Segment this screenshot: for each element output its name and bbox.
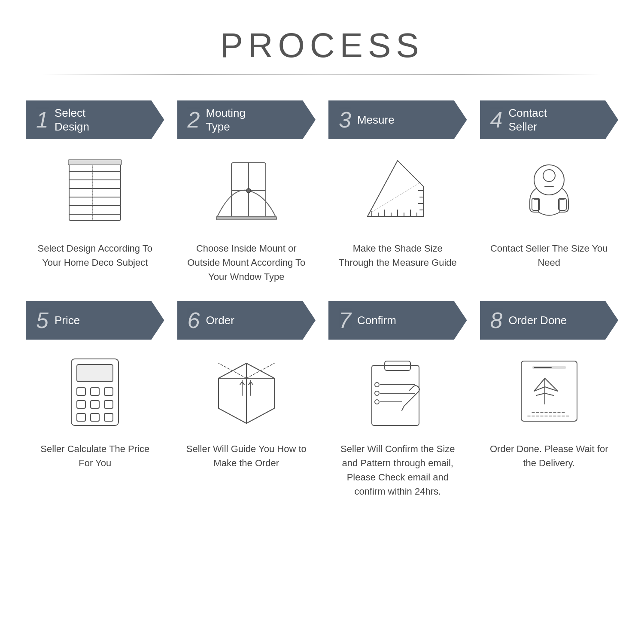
- step-badge-5: 5Price: [26, 301, 164, 340]
- step-number-4: 4: [490, 107, 503, 133]
- step-desc-1: Select Design According To Your Home Dec…: [33, 241, 157, 270]
- svg-point-31: [543, 170, 555, 182]
- step-badge-2: 2Mouting Type: [177, 100, 316, 139]
- steps-grid: 1Select Design Select Design According T…: [26, 100, 618, 498]
- step-icon-4: [502, 148, 596, 234]
- step-label-2: Mouting Type: [206, 106, 246, 134]
- step-icon-6: [199, 348, 294, 434]
- step-label-3: Mesure: [357, 113, 395, 127]
- step-label-6: Order: [206, 313, 234, 328]
- page-wrapper: PROCESS 1Select Design Select Design Acc…: [0, 0, 644, 644]
- step-desc-3: Make the Shade Size Through the Measure …: [335, 241, 460, 270]
- svg-rect-42: [104, 401, 113, 408]
- svg-rect-44: [91, 413, 99, 421]
- svg-rect-8: [68, 160, 122, 165]
- step-cell-2: 2Mouting Type Choose Inside Mount or Out…: [177, 100, 316, 284]
- step-badge-4: 4Contact Seller: [480, 100, 619, 139]
- step-number-6: 6: [188, 307, 200, 333]
- step-label-7: Confirm: [357, 313, 396, 328]
- step-desc-5: Seller Calculate The Price For You: [33, 442, 157, 470]
- svg-rect-43: [77, 413, 85, 421]
- svg-point-62: [375, 400, 379, 404]
- svg-line-29: [372, 182, 421, 212]
- svg-rect-38: [91, 388, 99, 395]
- title-divider: [43, 74, 601, 75]
- svg-rect-0: [69, 161, 121, 221]
- svg-rect-37: [77, 388, 85, 395]
- svg-rect-36: [77, 365, 113, 382]
- step-icon-3: [350, 148, 445, 234]
- step-icon-7: [350, 348, 445, 434]
- step-label-1: Select Design: [55, 106, 89, 134]
- step-number-5: 5: [36, 307, 49, 333]
- step-desc-7: Seller Will Confirm the Size and Pattern…: [335, 442, 460, 498]
- svg-rect-12: [216, 216, 276, 220]
- svg-rect-65: [521, 361, 577, 421]
- svg-rect-55: [372, 365, 419, 425]
- step-cell-5: 5Price Seller Calculate The Price For Yo…: [26, 301, 164, 498]
- step-badge-7: 7Confirm: [328, 301, 467, 340]
- step-cell-7: 7Confirm Seller Will Confirm the Size an…: [328, 301, 467, 498]
- step-number-1: 1: [36, 107, 49, 133]
- step-number-3: 3: [339, 107, 351, 133]
- svg-point-61: [375, 391, 379, 395]
- step-icon-2: [199, 148, 294, 234]
- step-badge-3: 3Mesure: [328, 100, 467, 139]
- step-label-5: Price: [55, 313, 80, 328]
- svg-point-13: [246, 188, 251, 193]
- step-desc-6: Seller Will Guide You How to Make the Or…: [184, 442, 309, 470]
- svg-point-60: [375, 383, 379, 387]
- step-badge-6: 6Order: [177, 301, 316, 340]
- step-icon-5: [48, 348, 142, 434]
- svg-line-64: [402, 406, 404, 410]
- step-cell-4: 4Contact Seller Contact Seller The Size …: [480, 100, 619, 284]
- step-label-4: Contact Seller: [508, 106, 547, 134]
- step-badge-1: 1Select Design: [26, 100, 164, 139]
- step-icon-8: [502, 348, 596, 434]
- step-cell-3: 3Mesure Make the Shade Size Through the …: [328, 100, 467, 284]
- step-number-7: 7: [339, 307, 351, 333]
- step-icon-1: [48, 148, 142, 234]
- page-title: PROCESS: [220, 26, 424, 65]
- step-cell-1: 1Select Design Select Design According T…: [26, 100, 164, 284]
- svg-rect-39: [104, 388, 113, 395]
- svg-rect-45: [104, 413, 113, 421]
- svg-line-63: [404, 395, 415, 406]
- step-cell-6: 6Order Seller Will Guide You How to Make…: [177, 301, 316, 498]
- step-cell-8: 8Order Done Order Done. Please Wait for …: [480, 301, 619, 498]
- step-number-8: 8: [490, 307, 503, 333]
- step-label-8: Order Done: [508, 313, 567, 328]
- step-number-2: 2: [188, 107, 200, 133]
- step-desc-8: Order Done. Please Wait for the Delivery…: [487, 442, 611, 470]
- step-desc-2: Choose Inside Mount or Outside Mount Acc…: [184, 241, 309, 284]
- step-desc-4: Contact Seller The Size You Need: [487, 241, 611, 270]
- step-badge-8: 8Order Done: [480, 301, 619, 340]
- svg-marker-14: [368, 161, 423, 216]
- svg-rect-41: [91, 401, 99, 408]
- svg-rect-40: [77, 401, 85, 408]
